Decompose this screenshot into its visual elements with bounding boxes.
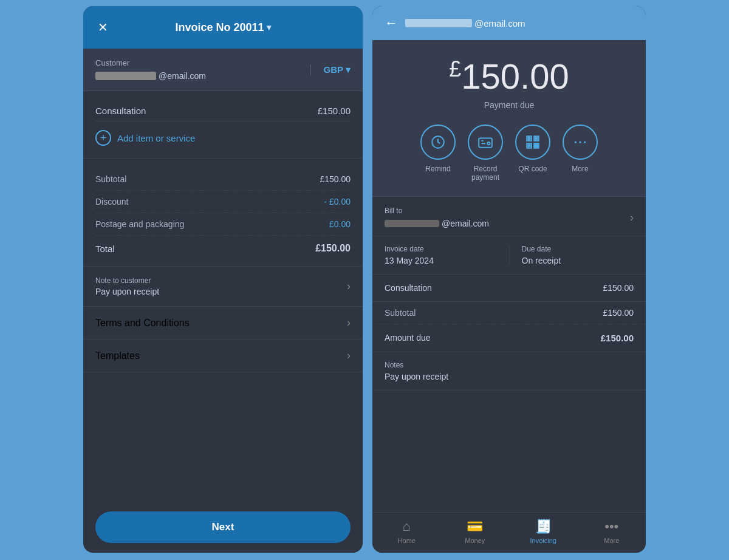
item-name: Consultation — [95, 106, 146, 116]
currency-selector[interactable]: GBP ▾ — [310, 64, 351, 75]
invoice-detail-section: Bill to @email.com › Invoice date 13 May… — [372, 197, 646, 512]
nav-more[interactable]: ••• More — [578, 519, 646, 544]
plus-icon: + — [95, 130, 111, 146]
back-button[interactable]: ← — [385, 15, 398, 31]
record-payment-circle — [468, 125, 503, 160]
email-blur — [95, 72, 156, 80]
svg-point-2 — [487, 142, 490, 145]
remind-circle — [420, 125, 456, 160]
due-date-value: On receipt — [522, 256, 634, 265]
remind-action[interactable]: Remind — [420, 125, 456, 182]
bill-to-content: Bill to @email.com — [385, 207, 630, 228]
note-value: Pay upon receipt — [95, 287, 159, 296]
right-header: ← @email.com — [372, 6, 646, 40]
qr-code-action[interactable]: QR code — [515, 125, 550, 182]
terms-section[interactable]: Terms and Conditions › — [83, 307, 363, 340]
note-section[interactable]: Note to customer Pay upon receipt › — [83, 267, 363, 307]
left-panel: ✕ Invoice No 20011 ▾ Customer @email.com… — [83, 6, 363, 553]
note-content: Note to customer Pay upon receipt — [95, 276, 159, 296]
subtotal-value: £150.00 — [320, 174, 351, 184]
left-header: ✕ Invoice No 20011 ▾ — [83, 6, 363, 49]
discount-value: - £0.00 — [324, 197, 351, 207]
bill-to-label: Bill to — [385, 207, 630, 215]
terms-title: Terms and Conditions — [95, 318, 190, 329]
templates-title: Templates — [95, 350, 140, 361]
qr-label: QR code — [518, 165, 547, 173]
amount-due-value: £150.00 — [601, 333, 634, 343]
add-item-row[interactable]: + Add item or service — [95, 121, 351, 148]
detail-item-row: Consultation £150.00 — [372, 275, 646, 302]
bill-to-chevron-icon: › — [630, 211, 634, 224]
next-button-wrapper: Next — [83, 502, 363, 553]
qr-circle — [515, 125, 550, 160]
bill-email-blur — [385, 220, 439, 227]
invoice-date-item: Invoice date 13 May 2024 — [385, 245, 510, 265]
customer-email: @email.com — [95, 71, 206, 81]
currency-value: GBP — [323, 64, 343, 75]
note-chevron-icon: › — [347, 280, 351, 293]
customer-section: Customer @email.com GBP ▾ — [83, 49, 363, 91]
templates-section[interactable]: Templates › — [83, 340, 363, 372]
action-icons-row: Remind Recordpayment — [385, 125, 634, 182]
total-row: Total £150.00 — [95, 236, 351, 256]
record-payment-action[interactable]: Recordpayment — [468, 125, 503, 182]
nav-invoicing[interactable]: 🧾 Invoicing — [509, 519, 578, 544]
currency-symbol: £ — [449, 56, 461, 81]
summary-row-discount: Discount - £0.00 — [95, 191, 351, 213]
nav-money[interactable]: 💳 Money — [441, 519, 510, 544]
close-button[interactable]: ✕ — [93, 18, 112, 37]
svg-rect-8 — [528, 145, 530, 147]
dates-row: Invoice date 13 May 2024 Due date On rec… — [372, 236, 646, 275]
terms-chevron-icon: › — [347, 316, 351, 329]
due-date-label: Due date — [522, 245, 634, 253]
svg-rect-6 — [528, 138, 530, 140]
line-item: Consultation £150.00 — [95, 101, 351, 121]
item-price: £150.00 — [318, 106, 351, 116]
currency-dropdown-icon: ▾ — [346, 64, 351, 75]
more-action[interactable]: More — [563, 125, 598, 182]
header-email: @email.com — [405, 18, 525, 29]
templates-chevron-icon: › — [347, 349, 351, 362]
invoice-title: Invoice No 20011 ▾ — [175, 21, 270, 34]
detail-item-price: £150.00 — [603, 283, 634, 293]
svg-point-14 — [575, 142, 577, 143]
subtotal-label: Subtotal — [95, 174, 126, 184]
header-email-blur — [405, 19, 472, 27]
header-email-domain: @email.com — [474, 18, 525, 29]
record-payment-label: Recordpayment — [471, 165, 499, 182]
svg-rect-13 — [537, 143, 539, 145]
detail-subtotal-row: Subtotal £150.00 — [372, 302, 646, 324]
bill-email-domain: @email.com — [442, 219, 489, 228]
svg-rect-7 — [535, 138, 537, 140]
notes-label: Notes — [385, 361, 634, 369]
right-panel: ← @email.com £150.00 Payment due Remind — [372, 6, 646, 553]
amount-display: £150.00 — [385, 58, 634, 94]
payment-icon — [477, 134, 493, 150]
notes-value: Pay upon receipt — [385, 372, 634, 381]
invoice-date-label: Invoice date — [385, 245, 497, 253]
more-circle — [563, 125, 598, 160]
postage-label: Postage and packaging — [95, 219, 184, 229]
qr-icon — [525, 134, 541, 150]
summary-row-postage: Postage and packaging £0.00 — [95, 213, 351, 236]
svg-rect-12 — [534, 146, 536, 148]
total-label: Total — [95, 244, 115, 254]
nav-more-label: More — [604, 537, 619, 544]
nav-money-label: Money — [465, 537, 485, 544]
nav-home-label: Home — [398, 537, 416, 544]
invoice-date-value: 13 May 2024 — [385, 256, 497, 265]
bill-to-row[interactable]: Bill to @email.com › — [372, 197, 646, 236]
amount-value: 150.00 — [461, 56, 569, 96]
more-icon — [572, 134, 588, 150]
nav-home[interactable]: ⌂ Home — [372, 519, 441, 544]
remind-label: Remind — [425, 165, 450, 173]
dropdown-icon[interactable]: ▾ — [267, 22, 271, 32]
next-button[interactable]: Next — [95, 511, 351, 543]
nav-invoicing-label: Invoicing — [530, 537, 556, 544]
notes-section: Notes Pay upon receipt — [372, 352, 646, 391]
svg-point-16 — [584, 142, 586, 143]
detail-subtotal-value: £150.00 — [603, 308, 634, 318]
payment-due-section: £150.00 Payment due Remind — [372, 40, 646, 197]
customer-label: Customer — [95, 58, 206, 67]
close-icon: ✕ — [98, 20, 108, 35]
